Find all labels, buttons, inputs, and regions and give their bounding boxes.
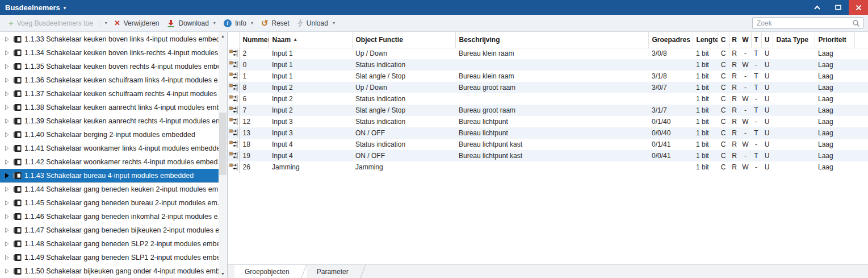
column-header-c[interactable]: C xyxy=(718,32,729,48)
table-row[interactable]: 6 Input 2 Status indication 1 bit C R W … xyxy=(228,93,868,105)
table-row[interactable]: 7 Input 2 Slat angle / Stop Bureau groot… xyxy=(228,105,868,116)
tree-item-device[interactable]: 1.1.48 Schakelaar gang beneden SLP2 2-in… xyxy=(0,237,219,251)
tab-groepobjecten[interactable]: Groepobjecten xyxy=(234,265,307,278)
table-row[interactable]: 8 Input 2 Up / Down Bureau groot raam 3/… xyxy=(228,82,868,93)
expand-arrow-icon[interactable] xyxy=(4,36,10,43)
unload-button[interactable]: Unload ▾ xyxy=(293,16,339,30)
column-header-t[interactable]: T xyxy=(751,32,761,48)
column-header-beschrijving[interactable]: Beschrijving xyxy=(455,32,648,48)
cell-prioriteit: Laag xyxy=(815,105,854,116)
cell-flag-r: R xyxy=(729,105,740,116)
column-header-icon[interactable] xyxy=(228,32,239,48)
expand-arrow-icon[interactable] xyxy=(4,63,10,70)
tree-item-device[interactable]: 1.1.34 Schakelaar keuken boven links-rec… xyxy=(0,46,219,60)
column-header-nummer[interactable]: Nummer xyxy=(239,32,269,48)
column-header-naam[interactable]: Naam▲ xyxy=(269,32,352,48)
cell-flag-c: C xyxy=(718,48,729,59)
cell-flag-t: - xyxy=(751,161,761,173)
column-header-w[interactable]: W xyxy=(740,32,751,48)
scroll-down-icon[interactable]: ▼ xyxy=(219,269,227,278)
table-row[interactable]: 26 Jamming Jamming 1 bit C R W - U Laag xyxy=(228,161,868,173)
add-dropdown-button[interactable]: ▾ xyxy=(101,16,110,30)
maximize-button[interactable] xyxy=(828,0,849,15)
cell-lengte: 1 bit xyxy=(693,139,718,150)
group-object-icon xyxy=(228,59,239,70)
expand-arrow-icon[interactable] xyxy=(4,118,10,125)
device-label: 1.1.44 Schakelaar gang beneden keuken 2-… xyxy=(24,185,219,193)
expand-arrow-icon[interactable] xyxy=(4,213,10,220)
scrollbar-thumb[interactable] xyxy=(219,113,227,175)
tree-scrollbar[interactable]: ▲ ▼ xyxy=(219,32,227,278)
panel-title-dropdown[interactable]: Busdeelnemers ▾ xyxy=(0,3,66,12)
search-input[interactable] xyxy=(756,19,852,28)
expand-arrow-icon[interactable] xyxy=(4,90,10,97)
tree-item-device[interactable]: 1.1.33 Schakelaar keuken boven links 4-i… xyxy=(0,32,219,46)
cell-naam: Input 2 xyxy=(269,105,352,116)
tree-item-device[interactable]: 1.1.50 Schakelaar bijkeuken gang onder 4… xyxy=(0,264,219,278)
table-row[interactable]: 0 Input 1 Status indication 1 bit C R W … xyxy=(228,59,868,70)
table-header-row: Nummer Naam▲ Object Functie Beschrijving… xyxy=(228,32,868,48)
tree-item-device[interactable]: 1.1.37 Schakelaar keuken schuifraam rech… xyxy=(0,87,219,101)
tree-item-device[interactable]: 1.1.39 Schakelaar keuken aanrecht rechts… xyxy=(0,114,219,128)
column-header-data-type[interactable]: Data Type xyxy=(773,32,815,48)
cell-flag-r: R xyxy=(729,127,740,139)
search-icon[interactable] xyxy=(852,19,860,27)
cell-lengte: 1 bit xyxy=(693,150,718,161)
table-row[interactable]: 12 Input 3 Status indication Bureau lich… xyxy=(228,116,868,127)
tree-item-device[interactable]: 1.1.47 Schakelaar gang beneden bijkeuken… xyxy=(0,223,219,237)
expand-arrow-icon[interactable] xyxy=(4,240,10,247)
chevron-down-icon: ▾ xyxy=(105,20,107,26)
tree-item-device[interactable]: 1.1.42 Schakelaar woonkamer rechts 4-inp… xyxy=(0,155,219,169)
download-button[interactable]: Download ▾ xyxy=(163,16,219,30)
reset-button[interactable]: ↺ Reset xyxy=(257,16,293,30)
column-header-prioriteit[interactable]: Prioriteit xyxy=(815,32,854,48)
table-row[interactable]: 18 Input 4 Status indication Bureau lich… xyxy=(228,139,868,150)
expand-arrow-icon[interactable] xyxy=(4,159,10,165)
expand-arrow-icon[interactable] xyxy=(4,145,10,152)
collapse-panel-button[interactable] xyxy=(807,0,828,15)
scroll-up-icon[interactable]: ▲ xyxy=(219,32,227,40)
column-header-u[interactable]: U xyxy=(761,32,773,48)
table-row[interactable]: 1 Input 1 Slat angle / Stop Bureau klein… xyxy=(228,70,868,82)
tree-item-device[interactable]: 1.1.44 Schakelaar gang beneden keuken 2-… xyxy=(0,182,219,196)
table-row[interactable]: 13 Input 3 ON / OFF Bureau lichtpunt 0/0… xyxy=(228,127,868,139)
tree-item-device[interactable]: 1.1.43 Schakelaar bureau 4-input modules… xyxy=(0,169,219,182)
column-header-object-functie[interactable]: Object Functie xyxy=(352,32,455,48)
device-label: 1.1.43 Schakelaar bureau 4-input modules… xyxy=(24,172,194,180)
tree-item-device[interactable]: 1.1.36 Schakelaar keuken schuifraam link… xyxy=(0,73,219,87)
expand-arrow-icon[interactable] xyxy=(4,254,10,261)
expand-arrow-icon[interactable] xyxy=(4,227,10,234)
table-row[interactable]: 2 Input 1 Up / Down Bureau klein raam 3/… xyxy=(228,48,868,59)
cell-naam: Input 4 xyxy=(269,139,352,150)
expand-arrow-icon[interactable] xyxy=(4,172,10,179)
info-button[interactable]: i Info ▾ xyxy=(220,16,257,30)
tree-item-device[interactable]: 1.1.45 Schakelaar gang beneden bureau 2-… xyxy=(0,196,219,210)
expand-arrow-icon[interactable] xyxy=(4,268,10,275)
close-button[interactable] xyxy=(849,0,868,15)
expand-arrow-icon[interactable] xyxy=(4,49,10,56)
column-header-r[interactable]: R xyxy=(729,32,740,48)
group-object-icon xyxy=(228,70,239,82)
tree-item-device[interactable]: 1.1.38 Schakelaar keuken aanrecht links … xyxy=(0,101,219,114)
expand-arrow-icon[interactable] xyxy=(4,131,10,138)
column-header-lengte[interactable]: Lengte xyxy=(693,32,718,48)
add-busdeelnemers-button[interactable]: + Voeg Busdeelnemers toe xyxy=(5,16,97,30)
cell-naam: Input 3 xyxy=(269,116,352,127)
device-icon xyxy=(13,267,22,275)
cell-flag-r: R xyxy=(729,161,740,173)
device-icon xyxy=(13,103,22,111)
tab-parameter[interactable]: Parameter xyxy=(307,265,366,278)
tree-item-device[interactable]: 1.1.46 Schakelaar gang beneden inkomhal … xyxy=(0,210,219,223)
tree-item-device[interactable]: 1.1.41 Schakelaar woonkamer links 4-inpu… xyxy=(0,142,219,155)
expand-arrow-icon[interactable] xyxy=(4,186,10,193)
expand-arrow-icon[interactable] xyxy=(4,200,10,206)
tree-item-device[interactable]: 1.1.49 Schakelaar gang beneden SLP1 2-in… xyxy=(0,251,219,264)
expand-arrow-icon[interactable] xyxy=(4,77,10,84)
column-header-groepadres[interactable]: Groepadres xyxy=(648,32,693,48)
cell-flag-r: R xyxy=(729,116,740,127)
expand-arrow-icon[interactable] xyxy=(4,104,10,111)
delete-button[interactable]: ✕ Verwijderen xyxy=(110,16,163,30)
tree-item-device[interactable]: 1.1.35 Schakelaar keuken boven rechts 4-… xyxy=(0,60,219,73)
tree-item-device[interactable]: 1.1.40 Schakelaar berging 2-input module… xyxy=(0,128,219,142)
table-row[interactable]: 19 Input 4 ON / OFF Bureau lichtpunt kas… xyxy=(228,150,868,161)
